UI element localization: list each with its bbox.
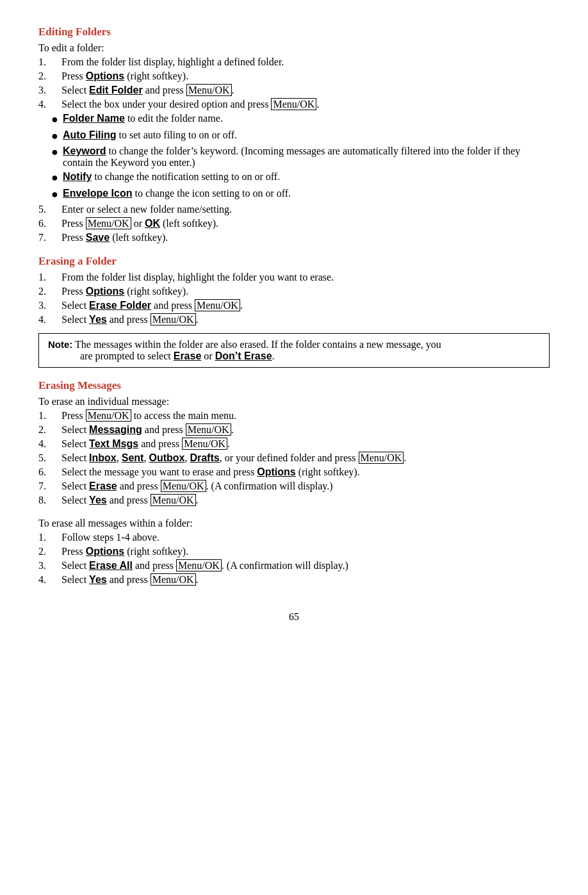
auto-filing-term: Auto Filing: [63, 129, 117, 140]
menu-ok-badge: Menu/OK: [176, 559, 222, 571]
step-content: Select Inbox, Sent, Outbox, Drafts, or y…: [61, 452, 550, 464]
step-content: Select Erase Folder and press Menu/OK.: [61, 300, 550, 311]
step-item: 3. Select Edit Folder and press Menu/OK.: [38, 85, 550, 96]
step-item: 1. Press Menu/OK to access the main menu…: [38, 410, 550, 422]
step-number: 1.: [38, 410, 61, 422]
bullet-item: ● Auto Filing to set auto filing to on o…: [38, 129, 550, 144]
inbox-term: Inbox: [89, 452, 117, 463]
step-content: Press Menu/OK or OK (left softkey).: [61, 218, 550, 229]
menu-ok-badge: Menu/OK: [86, 409, 131, 422]
step-number: 2.: [38, 286, 61, 297]
step-number: 5.: [38, 452, 61, 464]
menu-ok-badge: Menu/OK: [186, 423, 231, 436]
step-item: 3. Select Erase All and press Menu/OK. (…: [38, 560, 550, 571]
step-number: 3.: [38, 560, 61, 571]
step-number: 5.: [38, 204, 61, 215]
step-number: 7.: [38, 480, 61, 492]
step-content: From the folder list display, highlight …: [61, 56, 550, 68]
bullet-item: ● Envelope Icon to change the icon setti…: [38, 188, 550, 202]
bullet-item: ● Folder Name to edit the folder name.: [38, 113, 550, 127]
step-item: 3. Select Erase Folder and press Menu/OK…: [38, 300, 550, 311]
menu-ok-badge: Menu/OK: [151, 573, 196, 586]
step-number: 4.: [38, 314, 61, 325]
step-number: 7.: [38, 232, 61, 243]
step-item: 2. Press Options (right softkey).: [38, 286, 550, 297]
editing-folders-title: Editing Folders: [38, 26, 550, 38]
step-content: Enter or select a new folder name/settin…: [61, 204, 550, 215]
step-item: 2. Select Messaging and press Menu/OK.: [38, 424, 550, 436]
erasing-folder-section: Erasing a Folder 1. From the folder list…: [38, 255, 550, 368]
options-term: Options: [86, 286, 124, 297]
erasing-all-intro: To erase all messages within a folder:: [38, 518, 550, 529]
bullet-content: Envelope Icon to change the icon setting…: [63, 188, 550, 202]
bullet-content: Notify to change the notification settin…: [63, 171, 550, 185]
menu-ok-badge: Menu/OK: [151, 494, 196, 506]
step-content: Follow steps 1-4 above.: [61, 532, 550, 543]
step-content: Select the box under your desired option…: [61, 99, 550, 110]
editing-folders-section: Editing Folders To edit a folder: 1. Fro…: [38, 26, 550, 243]
text-msgs-term: Text Msgs: [89, 438, 138, 449]
editing-folders-intro: To edit a folder:: [38, 42, 550, 54]
step-content: Select Text Msgs and press Menu/OK.: [61, 438, 550, 450]
step-item: 5. Select Inbox, Sent, Outbox, Drafts, o…: [38, 452, 550, 464]
step-item: 8. Select Yes and press Menu/OK.: [38, 495, 550, 506]
dont-erase-term: Don’t Erase: [215, 350, 272, 361]
step-item: 2. Press Options (right softkey).: [38, 70, 550, 82]
step-number: 4.: [38, 574, 61, 586]
bullet-dot: ●: [51, 113, 63, 127]
options-term: Options: [86, 546, 124, 557]
yes-term: Yes: [89, 574, 107, 585]
bullet-item: ● Notify to change the notification sett…: [38, 171, 550, 185]
step-content: Select the message you want to erase and…: [61, 466, 550, 478]
step-item: 1. From the folder list display, highlig…: [38, 272, 550, 283]
step-item: 2. Press Options (right softkey).: [38, 546, 550, 557]
bullet-dot: ●: [51, 145, 63, 168]
step-number: 8.: [38, 495, 61, 506]
step-item: 6. Press Menu/OK or OK (left softkey).: [38, 218, 550, 229]
step-item: 4. Select the box under your desired opt…: [38, 99, 550, 110]
step-item: 6. Select the message you want to erase …: [38, 466, 550, 478]
step-content: Select Messaging and press Menu/OK.: [61, 424, 550, 436]
step-item: 4. Select Yes and press Menu/OK.: [38, 574, 550, 586]
step-number: 6.: [38, 466, 61, 478]
step-content: Press Save (left softkey).: [61, 232, 550, 243]
menu-ok-badge: Menu/OK: [271, 98, 316, 110]
step-item: 7. Select Erase and press Menu/OK. (A co…: [38, 480, 550, 492]
folder-name-term: Folder Name: [63, 113, 125, 124]
outbox-term: Outbox: [149, 452, 184, 463]
notify-term: Notify: [63, 171, 92, 182]
messaging-term: Messaging: [89, 424, 142, 435]
options-term: Options: [86, 70, 124, 81]
bullet-content: Auto Filing to set auto filing to on or …: [63, 129, 550, 144]
bullet-content: Keyword to change the folder’s keyword. …: [63, 145, 550, 168]
erase-all-term: Erase All: [89, 560, 133, 571]
step-number: 3.: [38, 85, 61, 96]
menu-ok-badge: Menu/OK: [186, 84, 232, 96]
page-number: 65: [38, 611, 550, 623]
step-number: 4.: [38, 438, 61, 450]
step-content: Select Yes and press Menu/OK.: [61, 574, 550, 586]
menu-ok-badge: Menu/OK: [359, 452, 404, 464]
erasing-messages-title: Erasing Messages: [38, 379, 550, 392]
step-number: 2.: [38, 424, 61, 436]
step-item: 7. Press Save (left softkey).: [38, 232, 550, 243]
step-item: 4. Select Text Msgs and press Menu/OK.: [38, 438, 550, 450]
menu-ok-badge: Menu/OK: [195, 299, 240, 311]
envelope-icon-term: Envelope Icon: [63, 188, 132, 199]
step-number: 3.: [38, 300, 61, 311]
bullet-content: Folder Name to edit the folder name.: [63, 113, 550, 127]
erase-folder-term: Erase Folder: [89, 300, 151, 311]
step-item: 5. Enter or select a new folder name/set…: [38, 204, 550, 215]
step-number: 1.: [38, 532, 61, 543]
step-item: 4. Select Yes and press Menu/OK.: [38, 314, 550, 325]
step-content: Select Edit Folder and press Menu/OK.: [61, 85, 550, 96]
keyword-term: Keyword: [63, 145, 106, 156]
edit-folder-term: Edit Folder: [89, 85, 143, 95]
step-number: 2.: [38, 546, 61, 557]
note-body: The messages within the folder are also …: [75, 339, 441, 350]
step-number: 2.: [38, 70, 61, 82]
yes-term: Yes: [89, 495, 107, 505]
step-content: Select Erase and press Menu/OK. (A confi…: [61, 480, 550, 492]
step-content: Press Menu/OK to access the main menu.: [61, 410, 550, 422]
note-box: Note: The messages within the folder are…: [38, 333, 550, 368]
